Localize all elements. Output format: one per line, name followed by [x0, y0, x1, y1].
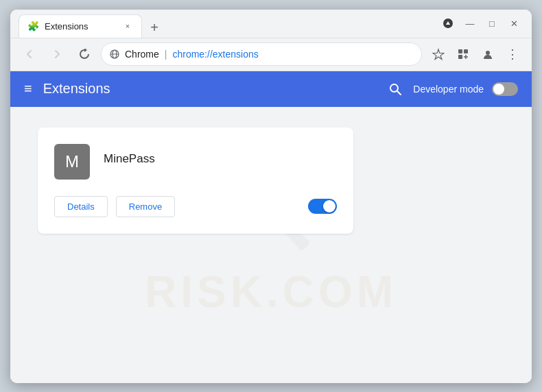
kebab-menu-icon: ⋮ — [506, 48, 519, 60]
window-controls: — □ ✕ — [438, 14, 523, 33]
hamburger-menu-icon[interactable]: ≡ — [24, 81, 32, 97]
developer-mode-toggle[interactable] — [492, 82, 518, 96]
tab-area: 🧩 Extensions × + — [19, 10, 438, 38]
developer-mode-label: Developer mode — [413, 84, 484, 95]
tab-favicon-icon: 🧩 — [27, 21, 39, 32]
tab-close-button[interactable]: × — [122, 21, 133, 32]
card-actions: Details Remove — [54, 196, 337, 217]
bookmark-button[interactable] — [427, 43, 449, 65]
maximize-button[interactable]: □ — [482, 14, 502, 33]
details-button[interactable]: Details — [54, 196, 108, 217]
address-url: chrome://extensions — [172, 49, 258, 60]
toolbar-right: ⋮ — [427, 43, 523, 65]
new-tab-button[interactable]: + — [145, 19, 164, 38]
toolbar: Chrome | chrome://extensions ⋮ — [10, 38, 532, 71]
profile-download-icon[interactable] — [438, 14, 458, 33]
extension-name: MinePass — [104, 144, 155, 166]
ext-toggle-knob — [323, 200, 335, 212]
extensions-toolbar-button[interactable] — [452, 43, 474, 65]
watermark-text: RISK.COM — [145, 267, 397, 317]
address-separator: | — [165, 49, 167, 60]
extension-enable-toggle[interactable] — [308, 199, 337, 214]
address-brand: Chrome — [125, 49, 159, 60]
extensions-page-title: Extensions — [43, 81, 389, 97]
extension-icon-letter: M — [65, 152, 79, 171]
svg-rect-6 — [464, 49, 468, 53]
remove-button[interactable]: Remove — [116, 196, 175, 217]
extensions-content: 🔍 RISK.COM M MinePass Details Remove — [10, 107, 532, 383]
extension-icon: M — [54, 144, 90, 180]
tab-title: Extensions — [45, 21, 117, 32]
menu-button[interactable]: ⋮ — [502, 43, 523, 65]
minimize-button[interactable]: — — [460, 14, 480, 33]
card-top: M MinePass — [54, 144, 337, 180]
back-button[interactable] — [19, 43, 40, 65]
search-icon[interactable] — [388, 82, 402, 96]
title-bar: 🧩 Extensions × + — □ ✕ — [10, 10, 532, 38]
close-window-button[interactable]: ✕ — [504, 14, 523, 33]
svg-rect-5 — [458, 49, 462, 53]
extensions-header: ≡ Extensions Developer mode — [10, 71, 532, 107]
reload-button[interactable] — [73, 43, 95, 65]
svg-point-8 — [486, 51, 490, 55]
svg-rect-7 — [458, 55, 462, 59]
toggle-knob — [493, 84, 504, 95]
extension-info: MinePass — [104, 144, 155, 166]
address-bar[interactable]: Chrome | chrome://extensions — [101, 42, 422, 66]
globe-icon — [110, 49, 119, 59]
forward-button[interactable] — [46, 43, 68, 65]
browser-window: 🧩 Extensions × + — □ ✕ — [10, 10, 532, 383]
svg-line-10 — [397, 91, 401, 95]
active-tab[interactable]: 🧩 Extensions × — [19, 14, 142, 38]
extension-card: M MinePass Details Remove — [38, 127, 353, 234]
profile-button[interactable] — [477, 43, 499, 65]
